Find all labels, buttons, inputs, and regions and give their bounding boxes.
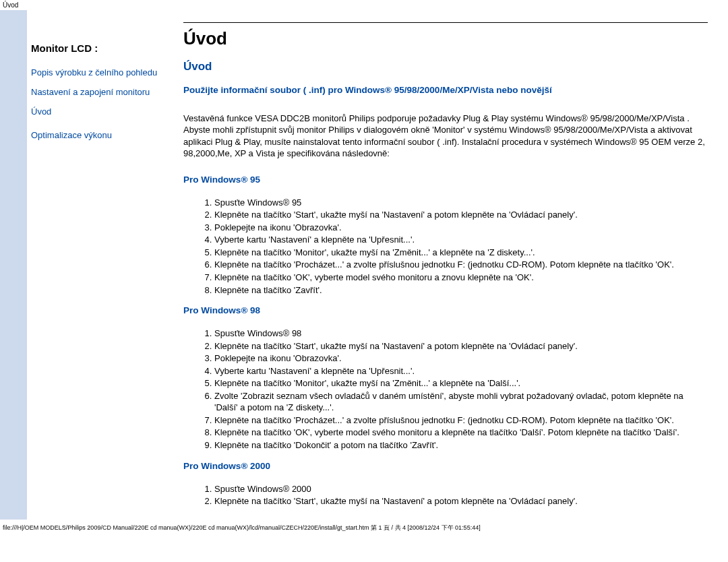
list-item: Klepněte na tlačítko 'Zavřít'. — [214, 284, 708, 296]
main-content: Úvod Úvod Použijte informační soubor ( .… — [177, 10, 725, 520]
list-item: Klepněte na tlačítko 'OK', vyberte model… — [214, 272, 708, 284]
list-item: Spusťte Windows® 98 — [214, 327, 708, 340]
list-item: Poklepejte na ikonu 'Obrazovka'. — [214, 222, 708, 234]
intro-paragraph: Vestavěná funkce VESA DDC2B monitorů Phi… — [183, 113, 708, 160]
inf-file-heading: Použijte informační soubor ( .inf) pro W… — [183, 84, 708, 96]
top-rule — [183, 22, 708, 23]
sub-title: Úvod — [183, 60, 708, 73]
steps-win2000: Spusťte Windows® 2000 Klepněte na tlačít… — [183, 483, 708, 507]
sidebar-link-nastaveni[interactable]: Nastavení a zapojení monitoru — [31, 87, 171, 98]
page-frame: Monitor LCD : Popis výrobku z čelního po… — [0, 10, 728, 520]
list-item: Vyberte kartu 'Nastavení' a klepněte na … — [214, 234, 708, 246]
heading-win98: Pro Windows® 98 — [183, 305, 708, 315]
heading-win95: Pro Windows® 95 — [183, 175, 708, 185]
right-spacer — [725, 10, 728, 520]
window-title: Úvod — [0, 0, 728, 10]
list-item: Klepněte na tlačítko 'Dokončit' a potom … — [214, 439, 708, 451]
sidebar-link-optimalizace[interactable]: Optimalizace výkonu — [31, 130, 171, 142]
list-item: Klepněte na tlačítko 'Procházet...' a zv… — [214, 259, 708, 271]
list-item: Klepněte na tlačítko 'Start', ukažte myš… — [214, 340, 708, 352]
list-item: Zvolte 'Zobrazit seznam všech ovladačů v… — [214, 390, 708, 414]
page-title: Úvod — [183, 28, 708, 49]
list-item: Klepněte na tlačítko 'Start', ukažte myš… — [214, 495, 708, 507]
list-item: Klepněte na tlačítko 'Procházet...' a zv… — [214, 414, 708, 427]
steps-win95: Spusťte Windows® 95 Klepněte na tlačítko… — [183, 197, 708, 296]
sidebar-link-popis[interactable]: Popis výrobku z čelního pohledu — [31, 67, 171, 79]
list-item: Klepněte na tlačítko 'Monitor', ukažte m… — [214, 247, 708, 259]
list-item: Poklepejte na ikonu 'Obrazovka'. — [214, 352, 708, 365]
sidebar: Monitor LCD : Popis výrobku z čelního po… — [27, 10, 177, 520]
heading-win2000: Pro Windows® 2000 — [183, 461, 708, 471]
footer-path: file:///H|/OEM MODELS/Philips 2009/CD Ma… — [0, 522, 728, 534]
list-item: Spusťte Windows® 95 — [214, 197, 708, 209]
steps-win98: Spusťte Windows® 98 Klepněte na tlačítko… — [183, 327, 708, 451]
list-item: Klepněte na tlačítko 'Start', ukažte myš… — [214, 209, 708, 221]
list-item: Klepněte na tlačítko 'OK', vyberte model… — [214, 427, 708, 439]
sidebar-title: Monitor LCD : — [31, 42, 171, 54]
list-item: Klepněte na tlačítko 'Monitor', ukažte m… — [214, 377, 708, 389]
sidebar-link-uvod[interactable]: Úvod — [31, 106, 171, 118]
list-item: Vyberte kartu 'Nastavení' a klepněte na … — [214, 365, 708, 377]
left-gutter — [0, 10, 27, 520]
list-item: Spusťte Windows® 2000 — [214, 483, 708, 495]
